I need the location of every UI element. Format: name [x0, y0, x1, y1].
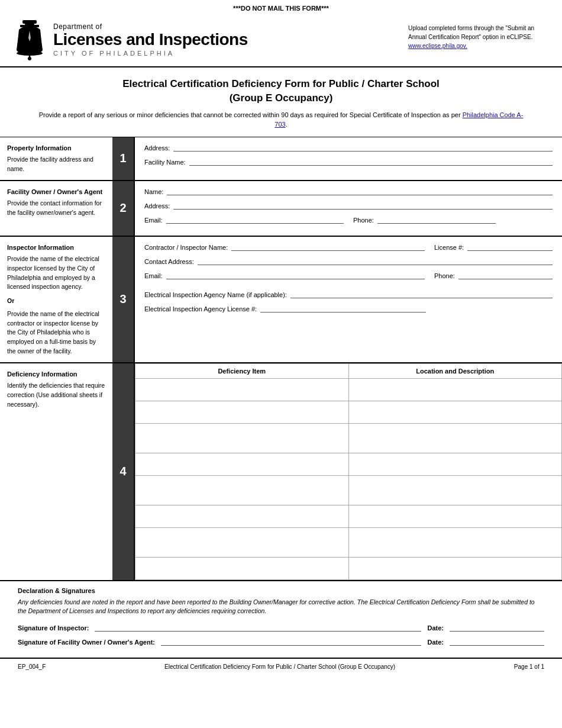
contractor-row: Contractor / Inspector Name: License #:	[144, 243, 553, 251]
table-row	[135, 378, 562, 401]
form-subtitle-text: (Group E Occupancy)	[230, 92, 333, 104]
name-row: Name:	[144, 187, 553, 195]
section-2-title: Facility Owner / Owner's Agent	[7, 187, 105, 197]
header-right: Upload completed forms through the "Subm…	[408, 19, 544, 50]
eclipse-link[interactable]: www.eclipse.phila.gov.	[408, 43, 467, 49]
section-3-number: 3	[112, 237, 134, 362]
agency-row: Electrical Inspection Agency Name (if ap…	[144, 290, 553, 298]
email3-phone-row: Email: Phone:	[144, 271, 553, 279]
phone3-label: Phone:	[434, 272, 455, 279]
agency-license-row: Electrical Inspection Agency License #:	[144, 304, 553, 313]
facility-label: Facility Name:	[144, 159, 186, 166]
section-3-desc2: Provide the name of the electrical contr…	[7, 310, 105, 356]
declaration-text: Any deficiencies found are noted in the …	[18, 598, 544, 617]
agency-license-label: Electrical Inspection Agency License #:	[144, 305, 257, 313]
email-phone-row: Email: Phone:	[144, 215, 553, 224]
contact-line	[198, 257, 553, 265]
section-2-desc: Provide the contact information for the …	[7, 199, 105, 218]
name-label: Name:	[144, 188, 163, 195]
address2-label: Address:	[144, 202, 170, 210]
page: ***DO NOT MAIL THIS FORM***	[0, 0, 562, 728]
facility-row: Facility Name:	[144, 157, 553, 166]
table-row	[135, 505, 562, 527]
header-area: Department of Licenses and Inspections C…	[0, 14, 562, 67]
main-title: Licenses and Inspections	[53, 31, 248, 49]
email-group: Email:	[144, 215, 344, 224]
section-2-fields: Name: Address: Email: Phone:	[134, 181, 562, 236]
email-line	[166, 215, 344, 224]
section-1-left: Property Information Provide the facilit…	[0, 137, 112, 180]
sig-inspector-label: Signature of Inspector:	[18, 624, 89, 632]
date1-line	[450, 623, 544, 632]
date1-label: Date:	[427, 624, 444, 632]
phone-label: Phone:	[353, 217, 374, 224]
city-label: CITY OF PHILADELPHIA	[53, 50, 248, 57]
section-3-or: Or	[7, 297, 105, 306]
logo-area: Department of Licenses and Inspections C…	[12, 19, 248, 60]
sig-owner-label: Signature of Facility Owner / Owner's Ag…	[18, 639, 155, 646]
license-line	[467, 243, 553, 251]
section-4-title: Deficiency Information	[7, 369, 105, 379]
sig-inspector-line	[95, 623, 421, 632]
upload-text: Upload completed forms through the "Subm…	[408, 25, 534, 40]
section-1-number: 1	[112, 137, 134, 180]
sig-owner-line	[161, 637, 421, 646]
form-id: EP_004_F	[18, 663, 46, 670]
email-label: Email:	[144, 217, 163, 224]
form-title-area: Electrical Certification Deficiency Form…	[0, 67, 562, 137]
section-3-num-block: 3	[112, 237, 134, 362]
section-3: Inspector Information Provide the name o…	[0, 237, 562, 363]
name-line	[167, 187, 553, 195]
table-row	[135, 557, 562, 579]
table-row	[135, 423, 562, 453]
logo-text-area: Department of Licenses and Inspections C…	[53, 22, 248, 57]
address2-row: Address:	[144, 201, 553, 210]
facility-line	[189, 157, 553, 166]
phone-line	[377, 215, 496, 224]
agency-line	[290, 290, 553, 298]
section-1-num-block: 1	[112, 137, 134, 180]
phone3-group: Phone:	[434, 271, 553, 279]
section-2-number: 2	[112, 181, 134, 236]
section-3-left: Inspector Information Provide the name o…	[0, 237, 112, 362]
section-4-desc: Identify the deficiencies that require c…	[7, 381, 105, 409]
form-title-text: Electrical Certification Deficiency Form…	[122, 78, 440, 89]
section-3-desc1: Provide the name of the electrical inspe…	[7, 255, 105, 292]
sig-inspector-row: Signature of Inspector: Date:	[18, 623, 544, 632]
contact-label: Contact Address:	[144, 258, 194, 265]
phone3-line	[458, 271, 553, 279]
dept-label: Department of	[53, 22, 248, 31]
date2-label: Date:	[427, 639, 444, 646]
form-title: Electrical Certification Deficiency Form…	[35, 77, 527, 105]
agency-license-line	[260, 304, 426, 313]
section-2-num-block: 2	[112, 181, 134, 236]
email3-group: Email:	[144, 271, 425, 279]
agency-label: Electrical Inspection Agency Name (if ap…	[144, 291, 287, 298]
section-1: Property Information Provide the facilit…	[0, 137, 562, 181]
form-description: Provide a report of any serious or minor…	[35, 110, 527, 130]
email3-line	[166, 271, 425, 279]
svg-rect-0	[22, 20, 37, 24]
table-row	[135, 527, 562, 557]
section-4-num-block: 4	[112, 363, 134, 580]
declaration-title: Declaration & Signatures	[18, 587, 544, 594]
section-4-left: Deficiency Information Identify the defi…	[0, 363, 112, 580]
address-row: Address:	[144, 143, 553, 152]
declaration-section: Declaration & Signatures Any deficiencie…	[0, 581, 562, 659]
svg-rect-5	[20, 25, 39, 27]
section-3-title: Inspector Information	[7, 243, 105, 253]
liberty-bell-icon	[12, 19, 47, 60]
table-row	[135, 401, 562, 423]
section-4-number: 4	[112, 363, 134, 580]
section-4-content: Deficiency Item Location and Description	[134, 363, 562, 580]
section-1-fields: Address: Facility Name:	[134, 137, 562, 180]
contractor-line	[231, 243, 425, 251]
page-label: Page 1 of 1	[514, 663, 544, 670]
section-2: Facility Owner / Owner's Agent Provide t…	[0, 181, 562, 237]
license-label: License #:	[434, 244, 464, 251]
table-row	[135, 475, 562, 505]
warning-text: ***DO NOT MAIL THIS FORM***	[233, 5, 329, 12]
license-group: License #:	[434, 243, 553, 251]
date2-line	[450, 637, 544, 646]
section-1-desc: Provide the facility address and name.	[7, 155, 105, 174]
